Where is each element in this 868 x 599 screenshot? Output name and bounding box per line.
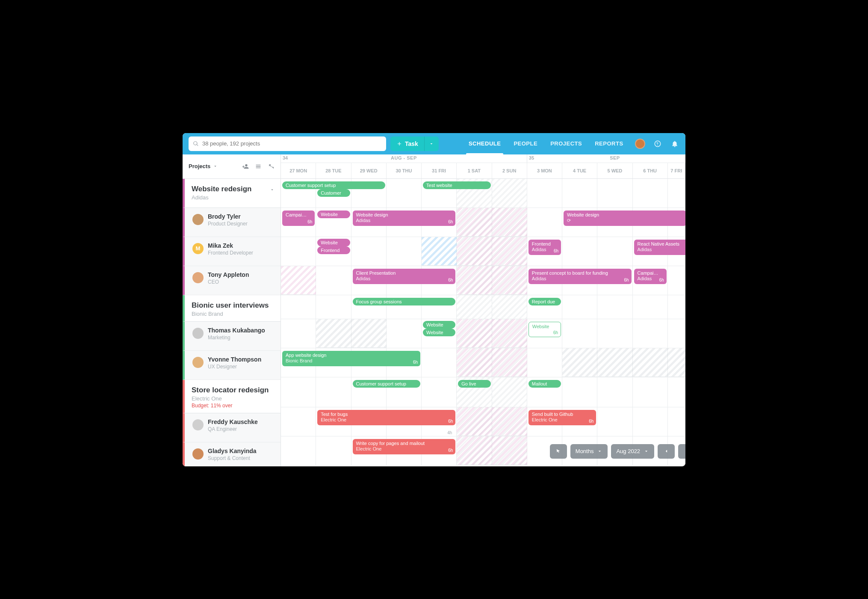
unavailable-range [316, 319, 387, 348]
task[interactable]: Website [317, 211, 350, 218]
milestone[interactable]: Mailout [528, 380, 561, 388]
milestone[interactable]: Customer support setup [353, 380, 421, 388]
bell-icon [671, 140, 679, 148]
top-right-icons [635, 139, 679, 149]
help-icon [654, 140, 661, 148]
view-dropdown[interactable]: Projects [189, 163, 218, 169]
chevron-left-icon [664, 448, 669, 454]
milestone[interactable]: Customer support setup [282, 181, 385, 189]
hours-total: 4h [447, 430, 452, 435]
milestone[interactable]: Go live [458, 380, 490, 388]
schedule-row: WebsiteFrontendFrontendAdidas6hReact Nat… [281, 237, 685, 266]
unavailable-range [457, 266, 527, 295]
task[interactable]: Website [423, 329, 455, 336]
search-input[interactable] [202, 140, 382, 147]
task[interactable]: Send built to GithubElectric One6h [528, 410, 596, 425]
project-header[interactable]: Bionic user interviewsBionic Brand [183, 295, 280, 322]
week-header: 34AUG - SEP [281, 154, 527, 163]
schedule-row: App website designBionic Brand6h [281, 348, 685, 377]
next-button[interactable] [678, 444, 685, 459]
project-header[interactable]: Website redesignAdidas [183, 179, 280, 208]
week-header: 35SEP [527, 154, 685, 163]
day-header: 7 FRI [668, 163, 685, 178]
plus-icon [396, 141, 402, 147]
chevron-down-icon[interactable] [270, 187, 275, 192]
nav-projects[interactable]: PROJECTS [550, 133, 582, 154]
task[interactable]: Frontend [317, 246, 350, 254]
help-button[interactable] [653, 139, 662, 148]
day-header: 29 WED [351, 163, 387, 178]
task[interactable]: FrontendAdidas6h [528, 240, 561, 255]
day-header: 3 MON [527, 163, 562, 178]
timeline: 34AUG - SEP35SEP 27 MON28 TUE29 WED30 TH… [281, 154, 685, 466]
day-header: 27 MON [281, 163, 316, 178]
cursor-mode-button[interactable] [550, 444, 567, 459]
chevron-down-icon [213, 164, 218, 169]
task[interactable]: Website [423, 321, 455, 329]
main-nav: SCHEDULEPEOPLEPROJECTSREPORTS [469, 133, 631, 154]
new-task-label: Task [405, 140, 418, 147]
unavailable-range [422, 237, 457, 266]
task[interactable]: App website designBionic Brand6h [282, 351, 420, 366]
person-row[interactable]: Gladys KanyindaSupport & Content [183, 442, 280, 466]
new-task-dropdown[interactable] [424, 136, 439, 151]
person-row[interactable]: Brody TylerProduct Designer [183, 208, 280, 237]
expand-icon[interactable] [268, 163, 275, 170]
milestone[interactable]: Focus group sessions [353, 298, 456, 305]
task[interactable]: Write copy for pages and mailoutElectric… [353, 439, 456, 454]
unavailable-range [457, 436, 527, 465]
task[interactable]: Campai…Adidas6h [634, 269, 667, 284]
nav-people[interactable]: PEOPLE [514, 133, 537, 154]
schedule-row: WebsiteWebsiteWebsite6h [281, 319, 685, 348]
nav-schedule[interactable]: SCHEDULE [469, 133, 501, 154]
schedule-row: Client PresentationAdidas6hPresent conce… [281, 266, 685, 295]
schedule-row: Test for bugsElectric One6hSend built to… [281, 407, 685, 436]
period-label: Aug 2022 [616, 448, 640, 454]
project-header[interactable]: Store locator redesignElectric OneBudget… [183, 380, 280, 413]
chevron-right-icon [684, 448, 685, 454]
person-row[interactable]: Freddy KauschkeQA Engineer [183, 413, 280, 442]
task[interactable]: Campai…6h [282, 211, 315, 226]
prev-button[interactable] [658, 444, 675, 459]
milestone[interactable]: Customer [317, 189, 350, 197]
unavailable-range [457, 237, 527, 266]
milestone[interactable]: Report due [528, 298, 561, 305]
person-row[interactable]: Thomas KukabangoMarketing [183, 322, 280, 351]
day-header: 4 TUE [562, 163, 597, 178]
chevron-down-icon [644, 448, 649, 454]
zoom-select[interactable]: Months [570, 444, 608, 459]
person-row[interactable]: Yvonne ThompsonUX Designer [183, 351, 280, 380]
day-header: 28 TUE [316, 163, 351, 178]
task[interactable]: Present concept to board for fundingAdid… [528, 269, 632, 284]
period-select[interactable]: Aug 2022 [611, 444, 654, 459]
task[interactable]: Website designAdidas6h [353, 211, 456, 226]
user-avatar[interactable] [635, 139, 645, 149]
task[interactable]: Website [317, 239, 350, 246]
task[interactable]: React Native AssetsAdidas6h [634, 240, 685, 255]
task[interactable]: Client PresentationAdidas6h [353, 269, 456, 284]
day-header: 2 SUN [492, 163, 527, 178]
day-header: 31 FRI [422, 163, 457, 178]
nav-reports[interactable]: REPORTS [595, 133, 623, 154]
milestone-row: Focus group sessionsReport due [281, 295, 685, 319]
milestone-row: Customer support setupGo liveMailout [281, 377, 685, 407]
unavailable-range [562, 348, 685, 377]
task[interactable]: Website6h [528, 322, 561, 337]
sidebar: Projects Website redesignAdidasBrody Tyl… [183, 154, 281, 466]
list-icon[interactable] [255, 163, 262, 170]
day-header: 1 SAT [457, 163, 492, 178]
search-box[interactable] [189, 136, 386, 151]
add-person-icon[interactable] [242, 163, 249, 170]
view-dropdown-label: Projects [189, 163, 210, 169]
person-row[interactable]: Tony AppletonCEO [183, 266, 280, 295]
day-header: 30 THU [387, 163, 422, 178]
unavailable-range [457, 348, 527, 377]
new-task-button[interactable]: Task [390, 136, 424, 151]
person-row[interactable]: MMika ZekFrontend Developer [183, 237, 280, 266]
chevron-down-icon [429, 141, 434, 146]
notifications-button[interactable] [670, 139, 679, 148]
task[interactable]: Test for bugsElectric One6h [317, 410, 455, 425]
milestone-row: Customer support setupCustomerTest websi… [281, 179, 685, 208]
task[interactable]: Website design⟳ [564, 211, 685, 226]
milestone[interactable]: Test website [423, 181, 491, 189]
